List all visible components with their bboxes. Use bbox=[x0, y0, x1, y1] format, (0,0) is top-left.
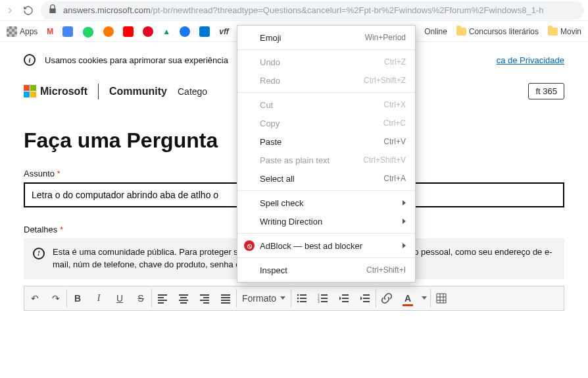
community-label[interactable]: Community bbox=[109, 86, 167, 97]
strike-button[interactable]: S bbox=[130, 286, 151, 310]
text-color-expand[interactable] bbox=[418, 286, 430, 310]
number-list-button[interactable]: 123 bbox=[312, 286, 333, 310]
bookmark-facebook[interactable] bbox=[180, 26, 190, 37]
align-justify-button[interactable] bbox=[215, 286, 236, 310]
align-right-button[interactable] bbox=[194, 286, 215, 310]
bookmark-youtube[interactable] bbox=[123, 26, 134, 37]
bookmark-pinterest[interactable] bbox=[143, 26, 153, 37]
bookmark-folder-movin[interactable]: Movin bbox=[548, 27, 581, 36]
microsoft-logo-icon bbox=[24, 85, 36, 97]
context-menu: EmojiWin+Period UndoCtrl+Z RedoCtrl+Shif… bbox=[237, 25, 416, 283]
divider bbox=[98, 84, 99, 99]
cookie-text: Usamos cookies para aprimorar sua experi… bbox=[45, 55, 228, 65]
chevron-right-icon bbox=[403, 219, 406, 224]
categories-link[interactable]: Catego bbox=[178, 86, 207, 97]
apps-button[interactable]: Apps bbox=[7, 26, 37, 37]
svg-text:3: 3 bbox=[318, 300, 320, 304]
align-center-button[interactable] bbox=[173, 286, 194, 310]
ctx-spell-check[interactable]: Spell check bbox=[237, 194, 415, 212]
bookmark-drive[interactable]: ▲ bbox=[162, 27, 170, 36]
info-icon: i bbox=[24, 54, 36, 66]
chevron-right-icon bbox=[403, 200, 406, 205]
indent-button[interactable] bbox=[355, 286, 376, 310]
ctx-select-all[interactable]: Select allCtrl+A bbox=[237, 169, 415, 188]
svg-point-1 bbox=[297, 297, 299, 299]
microsoft-logo[interactable]: Microsoft bbox=[24, 85, 87, 97]
bookmark-translate[interactable] bbox=[62, 26, 73, 37]
ctx-paste-plain[interactable]: Paste as plain textCtrl+Shift+V bbox=[237, 151, 415, 169]
bookmark-whatsapp[interactable]: ⬤ bbox=[82, 25, 94, 38]
chevron-right-icon bbox=[403, 243, 406, 248]
bookmark-generic1[interactable] bbox=[103, 26, 114, 37]
ctx-undo[interactable]: UndoCtrl+Z bbox=[237, 53, 415, 71]
editor-toolbar: ↶ ↷ B I U S Formato 123 A bbox=[24, 286, 564, 311]
bullet-list-button[interactable] bbox=[291, 286, 312, 310]
format-dropdown[interactable]: Formato bbox=[237, 293, 291, 304]
italic-button[interactable]: I bbox=[88, 286, 109, 310]
bookmark-folder-concursos[interactable]: Concursos literários bbox=[456, 27, 539, 36]
bookmark-online[interactable]: Online bbox=[424, 27, 447, 36]
address-bar[interactable]: answers.microsoft.com/pt-br/newthread?th… bbox=[41, 1, 584, 20]
text-color-button[interactable]: A bbox=[397, 286, 418, 310]
ctx-writing-direction[interactable]: Writing Direction bbox=[237, 212, 415, 230]
bold-button[interactable]: B bbox=[67, 286, 88, 310]
privacy-link[interactable]: ca de Privacidade bbox=[497, 55, 564, 65]
svg-point-0 bbox=[297, 294, 299, 296]
ctx-copy[interactable]: CopyCtrl+C bbox=[237, 114, 415, 132]
reload-button[interactable] bbox=[22, 5, 34, 16]
ctx-inspect[interactable]: InspectCtrl+Shift+I bbox=[237, 261, 415, 279]
table-button[interactable] bbox=[431, 286, 452, 310]
warning-icon: ! bbox=[33, 248, 45, 259]
office365-pill[interactable]: ft 365 bbox=[528, 83, 564, 99]
bookmark-vff[interactable]: vff bbox=[219, 27, 228, 36]
undo-button[interactable]: ↶ bbox=[24, 286, 45, 310]
ctx-paste[interactable]: PasteCtrl+V bbox=[237, 132, 415, 151]
bookmark-gmail[interactable]: M bbox=[47, 27, 53, 36]
underline-button[interactable]: U bbox=[109, 286, 130, 310]
link-button[interactable] bbox=[376, 286, 397, 310]
url-text: answers.microsoft.com/pt-br/newthread?th… bbox=[63, 5, 544, 15]
align-left-button[interactable] bbox=[152, 286, 173, 310]
ctx-emoji[interactable]: EmojiWin+Period bbox=[237, 28, 415, 47]
ctx-redo[interactable]: RedoCtrl+Shift+Z bbox=[237, 71, 415, 90]
forward-button[interactable] bbox=[4, 5, 16, 16]
lock-icon bbox=[47, 4, 58, 16]
ctx-cut[interactable]: CutCtrl+X bbox=[237, 95, 415, 114]
redo-button[interactable]: ↷ bbox=[45, 286, 66, 310]
svg-point-2 bbox=[297, 300, 299, 302]
adblock-icon: ⦸ bbox=[244, 240, 255, 251]
browser-toolbar: answers.microsoft.com/pt-br/newthread?th… bbox=[0, 0, 588, 21]
ctx-adblock[interactable]: ⦸AdBlock — best ad blocker bbox=[237, 236, 415, 255]
bookmark-outlook[interactable] bbox=[199, 26, 210, 37]
outdent-button[interactable] bbox=[333, 286, 355, 310]
